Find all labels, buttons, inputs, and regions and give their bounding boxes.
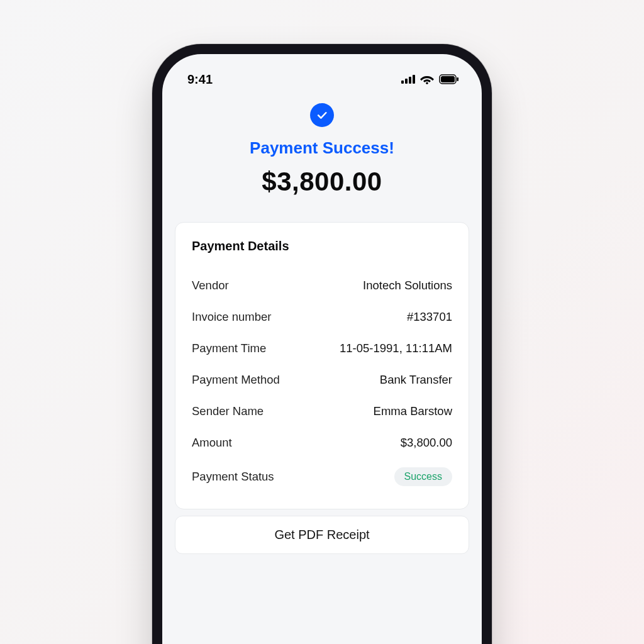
detail-row-invoice: Invoice number #133701 xyxy=(192,301,452,333)
detail-value: Bank Transfer xyxy=(380,373,452,387)
detail-label: Payment Status xyxy=(192,470,274,484)
status-time: 9:41 xyxy=(187,72,213,87)
detail-row-amount: Amount $3,800.00 xyxy=(192,427,452,458)
cellular-signal-icon xyxy=(401,75,415,84)
detail-label: Amount xyxy=(192,436,232,450)
success-title: Payment Success! xyxy=(177,138,467,158)
checkmark-icon xyxy=(310,103,334,127)
svg-point-4 xyxy=(426,82,428,84)
svg-rect-7 xyxy=(457,77,459,81)
detail-row-sender-name: Sender Name Emma Barstow xyxy=(192,396,452,427)
phone-screen: 9:41 xyxy=(162,54,482,644)
detail-row-payment-time: Payment Time 11-05-1991, 11:11AM xyxy=(192,333,452,364)
detail-row-payment-method: Payment Method Bank Transfer xyxy=(192,364,452,396)
svg-rect-6 xyxy=(441,76,455,82)
detail-row-vendor: Vendor Inotech Solutions xyxy=(192,270,452,301)
svg-rect-2 xyxy=(409,77,411,84)
detail-value: 11-05-1991, 11:11AM xyxy=(340,341,452,355)
wifi-icon xyxy=(420,74,434,84)
success-amount: $3,800.00 xyxy=(177,167,467,197)
detail-value: $3,800.00 xyxy=(401,436,452,450)
success-hero: Payment Success! $3,800.00 xyxy=(162,92,482,213)
svg-rect-3 xyxy=(413,75,415,84)
status-icons xyxy=(401,74,459,84)
svg-rect-0 xyxy=(401,80,404,84)
detail-label: Vendor xyxy=(192,279,229,292)
detail-label: Sender Name xyxy=(192,404,264,418)
detail-label: Invoice number xyxy=(192,310,271,324)
payment-details-card: Payment Details Vendor Inotech Solutions… xyxy=(175,222,469,509)
detail-label: Payment Time xyxy=(192,341,266,355)
details-heading: Payment Details xyxy=(192,239,452,253)
detail-value: Inotech Solutions xyxy=(363,279,452,292)
get-pdf-receipt-button[interactable]: Get PDF Receipt xyxy=(175,516,469,554)
phone-frame: 9:41 xyxy=(152,44,492,644)
battery-icon xyxy=(439,74,459,84)
status-badge: Success xyxy=(394,467,452,486)
detail-value: #133701 xyxy=(407,310,452,324)
detail-label: Payment Method xyxy=(192,373,280,387)
pdf-button-label: Get PDF Receipt xyxy=(274,528,369,541)
svg-rect-1 xyxy=(405,79,408,84)
status-bar: 9:41 xyxy=(162,54,482,92)
backdrop: 9:41 xyxy=(0,0,644,644)
detail-value: Emma Barstow xyxy=(374,404,452,418)
detail-row-status: Payment Status Success xyxy=(192,458,452,495)
